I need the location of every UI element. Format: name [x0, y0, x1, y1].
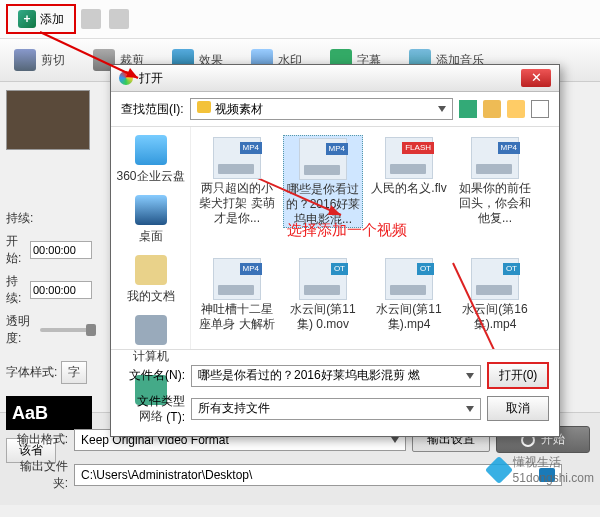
file-type-badge: MP4: [240, 142, 262, 154]
file-item[interactable]: OT水云间(第11集) 0.mov: [283, 256, 363, 332]
filename-input[interactable]: 哪些是你看过的？2016好莱坞电影混剪 燃: [191, 365, 481, 387]
length-label: 持续:: [6, 273, 26, 307]
font-button[interactable]: 字: [61, 361, 87, 384]
chevron-down-icon: [466, 406, 474, 412]
file-name: 水云间(第11集) 0.mov: [283, 302, 363, 332]
duration-label: 持续:: [6, 210, 33, 227]
video-file-icon: MP4: [213, 258, 261, 300]
top-toolbar: + 添加: [0, 0, 600, 39]
file-type-badge: MP4: [326, 143, 348, 155]
watermark-logo-icon: [484, 455, 512, 483]
tab-cut[interactable]: 剪切: [0, 45, 79, 75]
chevron-down-icon: [438, 106, 446, 112]
opacity-label: 透明度:: [6, 313, 36, 347]
video-file-icon: FLASH: [385, 137, 433, 179]
folder-small-icon: [197, 101, 211, 113]
close-icon[interactable]: ✕: [521, 69, 551, 87]
slider-knob[interactable]: [86, 324, 96, 336]
open-dialog: 打开 ✕ 查找范围(I): 视频素材 360企业云盘 桌面 我的文档 计算机 网…: [110, 64, 560, 437]
computer-icon: [135, 315, 167, 345]
file-name: 哪些是你看过的？2016好莱坞电影混...: [284, 182, 362, 227]
cloud-icon: [135, 135, 167, 165]
start-input[interactable]: [30, 241, 92, 259]
video-file-icon: MP4: [299, 138, 347, 180]
dialog-titlebar: 打开 ✕: [111, 65, 559, 92]
chevron-down-icon: [391, 437, 399, 443]
file-type-badge: OT: [503, 263, 520, 275]
scope-label: 查找范围(I):: [121, 101, 184, 118]
add-button[interactable]: + 添加: [6, 4, 76, 34]
video-file-icon: OT: [299, 258, 347, 300]
folder-label: 输出文件夹:: [10, 458, 68, 492]
file-item[interactable]: MP4如果你的前任回头，你会和他复...: [455, 135, 535, 228]
file-name: 如果你的前任回头，你会和他复...: [455, 181, 535, 226]
plus-icon: +: [18, 10, 36, 28]
toolbar-icon-1[interactable]: [81, 9, 101, 29]
start-label: 开始:: [6, 233, 26, 267]
nav-newfolder-icon[interactable]: [507, 100, 525, 118]
dialog-sidebar: 360企业云盘 桌面 我的文档 计算机 网络: [111, 127, 191, 349]
dialog-toolbar: 查找范围(I): 视频素材: [111, 92, 559, 127]
file-name: 水云间(第11集).mp4: [369, 302, 449, 332]
desktop-icon: [135, 195, 167, 225]
nav-back-icon[interactable]: [459, 100, 477, 118]
file-item[interactable]: MP4哪些是你看过的？2016好莱坞电影混...: [283, 135, 363, 228]
sidebar-item-cloud[interactable]: 360企业云盘: [115, 135, 186, 185]
left-panel: 持续: 开始: 持续: 透明度: 字体样式:字 AaB 该省: [0, 82, 98, 412]
file-name: 人民的名义.flv: [369, 181, 449, 196]
file-item[interactable]: FLASH人民的名义.flv: [369, 135, 449, 228]
video-file-icon: MP4: [471, 137, 519, 179]
file-grid: MP4两只超凶的小柴犬打架 卖萌才是你...MP4哪些是你看过的？2016好莱坞…: [191, 127, 559, 349]
video-file-icon: MP4: [213, 137, 261, 179]
length-input[interactable]: [30, 281, 92, 299]
format-label: 输出格式:: [10, 431, 68, 448]
add-label: 添加: [40, 11, 64, 28]
window-icon: [119, 71, 133, 85]
file-item[interactable]: OT水云间(第11集).mp4: [369, 256, 449, 332]
video-file-icon: OT: [385, 258, 433, 300]
preview-thumb: [6, 90, 90, 150]
font-preview: AaB: [6, 396, 92, 430]
file-type-badge: OT: [417, 263, 434, 275]
file-type-badge: OT: [331, 263, 348, 275]
dialog-title: 打开: [139, 70, 163, 87]
file-type-badge: MP4: [498, 142, 520, 154]
chevron-down-icon: [466, 373, 474, 379]
file-name: 水云间(第16集).mp4: [455, 302, 535, 332]
filetype-label: 文件类型(T):: [121, 393, 185, 424]
file-name: 两只超凶的小柴犬打架 卖萌才是你...: [197, 181, 277, 226]
documents-icon: [135, 255, 167, 285]
toolbar-icon-2[interactable]: [109, 9, 129, 29]
sidebar-item-pc[interactable]: 计算机: [115, 315, 186, 365]
file-item[interactable]: OT水云间(第16集).mp4: [455, 256, 535, 332]
opacity-slider[interactable]: [40, 328, 93, 332]
filetype-select[interactable]: 所有支持文件: [191, 398, 481, 420]
file-item[interactable]: MP4两只超凶的小柴犬打架 卖萌才是你...: [197, 135, 277, 228]
scissors-icon: [14, 49, 36, 71]
cancel-button[interactable]: 取消: [487, 396, 549, 421]
open-button[interactable]: 打开(0): [487, 362, 549, 389]
filename-label: 文件名(N):: [121, 367, 185, 384]
file-item[interactable]: MP4神吐槽十二星座单身 大解析: [197, 256, 277, 332]
file-type-badge: MP4: [240, 263, 262, 275]
nav-view-icon[interactable]: [531, 100, 549, 118]
file-type-badge: FLASH: [402, 142, 434, 154]
sidebar-item-docs[interactable]: 我的文档: [115, 255, 186, 305]
sidebar-item-desktop[interactable]: 桌面: [115, 195, 186, 245]
video-file-icon: OT: [471, 258, 519, 300]
nav-up-icon[interactable]: [483, 100, 501, 118]
fontstyle-label: 字体样式:: [6, 364, 57, 381]
watermark: 懂视生活51dongshi.com: [489, 454, 594, 485]
scope-select[interactable]: 视频素材: [190, 98, 453, 120]
file-name: 神吐槽十二星座单身 大解析: [197, 302, 277, 332]
